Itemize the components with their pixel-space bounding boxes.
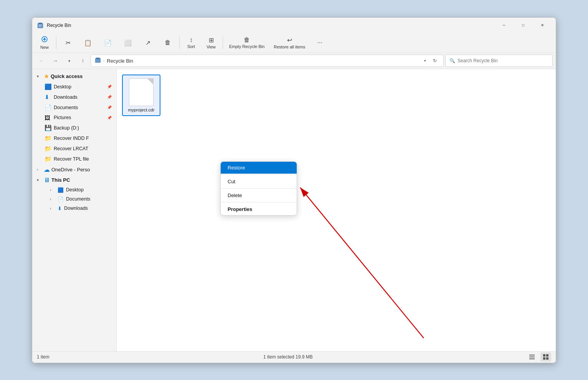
desktop-icon: 🟦 [45,83,51,90]
this-pc-icon: 🖥 [44,177,50,184]
status-bar: 1 item 1 item selected 19.9 MB [32,351,556,363]
cut-button[interactable]: ✂ [59,34,77,51]
list-view-button[interactable] [527,352,537,362]
paste-icon: 📄 [104,39,112,46]
pin-icon-3: 📌 [107,105,112,110]
paste-button[interactable]: 📄 [99,34,117,51]
folder-icon-3: 📁 [45,156,51,163]
context-menu-restore[interactable]: Restore [221,162,297,174]
address-path-label: Recycle Bin [107,58,133,64]
annotation-arrow [117,69,556,351]
sidebar-item-backup[interactable]: 💾 Backup (D:) [34,123,115,133]
file-item-myproject[interactable]: myproject.cdr [122,75,160,116]
grid-view-button[interactable] [540,352,551,362]
address-path[interactable]: › Recycle Bin ▾ ↻ [91,55,444,67]
context-menu-divider-2 [221,188,297,189]
more-icon: ··· [317,39,322,46]
this-pc-docs-icon: 📄 [58,196,64,202]
context-menu-delete[interactable]: Delete [221,189,297,201]
svg-rect-16 [546,354,548,357]
svg-rect-18 [546,357,548,360]
context-menu-cut[interactable]: Cut [221,176,297,188]
this-pc-chevron: ▾ [37,178,42,182]
toolbar-divider-1 [56,37,56,49]
sidebar-item-recover-indd[interactable]: 📁 Recover INDD F [34,133,115,143]
empty-bin-icon: 🗑 [244,37,250,43]
sidebar-section-onedrive[interactable]: › ☁ OneDrive - Perso [34,164,115,175]
minimize-button[interactable]: ─ [495,19,513,32]
window-icon [37,22,44,29]
file-thumbnail [129,78,154,106]
sidebar-item-recover-tpl[interactable]: 📁 Recover TPL file [34,154,115,164]
cut-icon: ✂ [66,39,71,46]
view-icon: ⊞ [209,37,214,44]
onedrive-chevron: › [37,168,42,172]
sidebar-item-documents[interactable]: 📄 Documents 📌 [34,103,115,113]
grid-view-icon [543,354,549,360]
pin-icon-2: 📌 [107,95,112,99]
new-button[interactable]: New [35,34,54,51]
search-icon: 🔍 [449,58,455,63]
maximize-button[interactable]: □ [514,19,532,32]
context-menu-divider-1 [221,174,297,175]
delete-button[interactable]: 🗑 [159,34,177,51]
status-selected-info: 1 item selected 19.9 MB [263,354,313,360]
context-menu-divider-3 [221,202,297,202]
folder-icon-1: 📁 [45,135,51,142]
sidebar: ▾ ★ Quick access 🟦 Desktop 📌 ⬇ Downloads… [32,69,117,351]
sidebar-item-recover-lrcat[interactable]: 📁 Recover LRCAT [34,144,115,154]
share-icon: ↗ [145,39,150,46]
toolbar-divider-3 [223,37,223,49]
documents-icon: 📄 [45,104,51,111]
recent-button[interactable]: ▾ [63,55,75,67]
svg-rect-15 [543,354,545,357]
sidebar-section-quick-access[interactable]: ▾ ★ Quick access [34,71,115,81]
context-menu-properties[interactable]: Properties [221,203,297,215]
view-button[interactable]: ⊞ View [202,34,220,51]
sidebar-item-this-pc-downloads[interactable]: › ⬇ Downloads [34,204,115,213]
quick-access-star-icon: ★ [44,73,49,80]
file-page [129,79,153,106]
rename-button[interactable]: ⬜ [119,34,137,51]
file-name: myproject.cdr [128,108,154,112]
restore-all-button[interactable]: ↩ Restore all items [270,34,309,51]
search-input[interactable] [458,58,548,63]
folder-icon-2: 📁 [45,145,51,152]
forward-button[interactable]: → [49,55,61,67]
onedrive-icon: ☁ [44,166,50,173]
status-item-count: 1 item [37,354,50,360]
copy-icon: 📋 [84,39,92,46]
up-button[interactable]: ↑ [77,55,89,67]
sidebar-item-pictures[interactable]: 🖼 Pictures 📌 [34,113,115,123]
this-pc-desktop-icon: 🟦 [58,187,64,193]
sort-icon: ↕ [190,37,193,43]
pictures-icon: 🖼 [45,114,51,121]
window-controls: ─ □ ✕ [495,19,551,32]
copy-button[interactable]: 📋 [79,34,97,51]
svg-line-11 [300,188,424,338]
svg-rect-12 [529,355,535,355]
share-button[interactable]: ↗ [139,34,157,51]
address-icon [95,57,101,65]
quick-access-chevron: ▾ [37,74,42,78]
sidebar-item-this-pc-desktop[interactable]: › 🟦 Desktop [34,186,115,194]
sidebar-section-this-pc[interactable]: ▾ 🖥 This PC [34,175,115,185]
address-bar: ← → ▾ ↑ › Recycle Bin ▾ ↻ 🔍 [32,53,556,69]
svg-rect-13 [529,357,535,357]
back-button[interactable]: ← [35,55,48,67]
empty-recycle-bin-button[interactable]: 🗑 Empty Recycle Bin [225,34,268,51]
sidebar-item-this-pc-documents[interactable]: › 📄 Documents [34,195,115,204]
pin-icon-4: 📌 [107,116,112,120]
more-button[interactable]: ··· [311,34,329,51]
new-icon [41,36,48,44]
this-pc-downloads-icon: ⬇ [58,206,62,211]
list-view-icon [529,354,535,360]
close-button[interactable]: ✕ [533,19,551,32]
sort-button[interactable]: ↕ Sort [182,34,200,51]
downloads-icon: ⬇ [45,94,51,101]
sidebar-item-desktop[interactable]: 🟦 Desktop 📌 [34,82,115,92]
refresh-button[interactable]: ↻ [430,56,439,65]
sidebar-item-downloads[interactable]: ⬇ Downloads 📌 [34,92,115,102]
svg-rect-17 [543,357,545,360]
address-dropdown-button[interactable]: ▾ [420,56,429,65]
